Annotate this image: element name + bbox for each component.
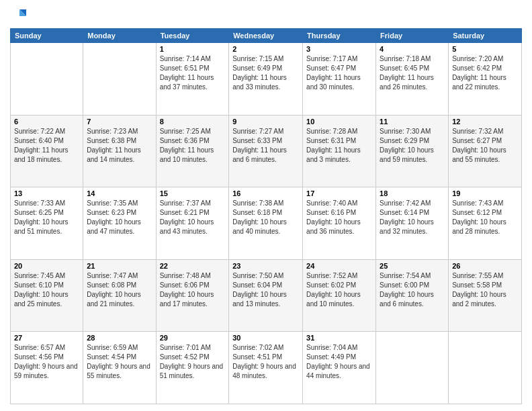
day-info: Sunrise: 7:55 AM Sunset: 5:58 PM Dayligh… (452, 271, 518, 309)
day-info: Sunrise: 6:59 AM Sunset: 4:54 PM Dayligh… (87, 343, 152, 381)
day-info: Sunrise: 7:02 AM Sunset: 4:51 PM Dayligh… (232, 343, 299, 381)
calendar-cell (449, 332, 522, 404)
day-number: 6 (14, 118, 79, 126)
header (10, 7, 522, 23)
calendar-cell: 30Sunrise: 7:02 AM Sunset: 4:51 PM Dayli… (229, 332, 303, 404)
day-number: 28 (87, 334, 152, 342)
calendar-cell: 9Sunrise: 7:27 AM Sunset: 6:33 PM Daylig… (229, 115, 303, 187)
day-info: Sunrise: 7:32 AM Sunset: 6:27 PM Dayligh… (452, 127, 518, 165)
day-number: 26 (452, 262, 518, 270)
calendar-cell: 28Sunrise: 6:59 AM Sunset: 4:54 PM Dayli… (83, 332, 156, 404)
calendar-cell: 22Sunrise: 7:48 AM Sunset: 6:06 PM Dayli… (156, 259, 229, 332)
day-info: Sunrise: 7:15 AM Sunset: 6:49 PM Dayligh… (232, 54, 299, 92)
day-number: 5 (452, 45, 518, 53)
day-number: 4 (380, 45, 445, 53)
day-number: 11 (380, 118, 445, 126)
calendar-cell: 18Sunrise: 7:42 AM Sunset: 6:14 PM Dayli… (376, 187, 449, 260)
calendar-cell: 3Sunrise: 7:17 AM Sunset: 6:47 PM Daylig… (303, 43, 376, 116)
calendar-cell (83, 43, 156, 116)
day-number: 20 (14, 262, 79, 270)
weekday-header: Thursday (303, 29, 376, 43)
calendar-cell (376, 332, 449, 404)
day-info: Sunrise: 7:28 AM Sunset: 6:31 PM Dayligh… (306, 127, 372, 165)
calendar-cell: 14Sunrise: 7:35 AM Sunset: 6:23 PM Dayli… (83, 187, 156, 260)
day-info: Sunrise: 7:14 AM Sunset: 6:51 PM Dayligh… (160, 54, 226, 92)
day-info: Sunrise: 7:22 AM Sunset: 6:40 PM Dayligh… (14, 127, 79, 165)
calendar-table: SundayMondayTuesdayWednesdayThursdayFrid… (10, 28, 522, 404)
calendar-week-row: 1Sunrise: 7:14 AM Sunset: 6:51 PM Daylig… (11, 43, 522, 116)
weekday-header: Wednesday (229, 29, 303, 43)
weekday-header: Tuesday (156, 29, 229, 43)
day-number: 3 (306, 45, 372, 53)
calendar-cell: 29Sunrise: 7:01 AM Sunset: 4:52 PM Dayli… (156, 332, 229, 404)
calendar-cell: 5Sunrise: 7:20 AM Sunset: 6:42 PM Daylig… (449, 43, 522, 116)
day-number: 27 (14, 334, 79, 342)
calendar-cell: 19Sunrise: 7:43 AM Sunset: 6:12 PM Dayli… (449, 187, 522, 260)
calendar-cell: 4Sunrise: 7:18 AM Sunset: 6:45 PM Daylig… (376, 43, 449, 116)
day-number: 25 (380, 262, 445, 270)
day-info: Sunrise: 7:01 AM Sunset: 4:52 PM Dayligh… (160, 343, 226, 381)
logo-icon (10, 7, 26, 23)
page: SundayMondayTuesdayWednesdayThursdayFrid… (0, 0, 532, 411)
day-number: 18 (380, 189, 445, 197)
day-number: 30 (232, 334, 299, 342)
day-info: Sunrise: 7:38 AM Sunset: 6:18 PM Dayligh… (232, 199, 299, 236)
calendar-cell: 8Sunrise: 7:25 AM Sunset: 6:36 PM Daylig… (156, 115, 229, 187)
calendar-cell: 15Sunrise: 7:37 AM Sunset: 6:21 PM Dayli… (156, 187, 229, 260)
calendar-cell: 16Sunrise: 7:38 AM Sunset: 6:18 PM Dayli… (229, 187, 303, 260)
day-info: Sunrise: 7:50 AM Sunset: 6:04 PM Dayligh… (232, 271, 299, 309)
calendar-week-row: 6Sunrise: 7:22 AM Sunset: 6:40 PM Daylig… (11, 115, 522, 187)
day-info: Sunrise: 7:25 AM Sunset: 6:36 PM Dayligh… (160, 127, 226, 165)
day-number: 7 (87, 118, 152, 126)
calendar-cell (11, 43, 83, 116)
day-number: 17 (306, 189, 372, 197)
day-number: 14 (87, 189, 152, 197)
calendar-cell: 13Sunrise: 7:33 AM Sunset: 6:25 PM Dayli… (11, 187, 83, 260)
day-number: 12 (452, 118, 518, 126)
calendar-cell: 24Sunrise: 7:52 AM Sunset: 6:02 PM Dayli… (303, 259, 376, 332)
day-number: 29 (160, 334, 226, 342)
calendar-cell: 2Sunrise: 7:15 AM Sunset: 6:49 PM Daylig… (229, 43, 303, 116)
day-number: 24 (306, 262, 372, 270)
day-number: 1 (160, 45, 226, 53)
calendar-cell: 11Sunrise: 7:30 AM Sunset: 6:29 PM Dayli… (376, 115, 449, 187)
weekday-header: Monday (83, 29, 156, 43)
day-number: 23 (232, 262, 299, 270)
day-info: Sunrise: 7:35 AM Sunset: 6:23 PM Dayligh… (87, 199, 152, 236)
day-number: 9 (232, 118, 299, 126)
day-info: Sunrise: 7:33 AM Sunset: 6:25 PM Dayligh… (14, 199, 79, 236)
day-number: 13 (14, 189, 79, 197)
calendar-cell: 1Sunrise: 7:14 AM Sunset: 6:51 PM Daylig… (156, 43, 229, 116)
day-info: Sunrise: 7:43 AM Sunset: 6:12 PM Dayligh… (452, 199, 518, 236)
calendar-cell: 26Sunrise: 7:55 AM Sunset: 5:58 PM Dayli… (449, 259, 522, 332)
day-number: 10 (306, 118, 372, 126)
day-info: Sunrise: 7:17 AM Sunset: 6:47 PM Dayligh… (306, 54, 372, 92)
day-number: 2 (232, 45, 299, 53)
day-info: Sunrise: 7:30 AM Sunset: 6:29 PM Dayligh… (380, 127, 445, 165)
calendar-cell: 20Sunrise: 7:45 AM Sunset: 6:10 PM Dayli… (11, 259, 83, 332)
calendar-cell: 31Sunrise: 7:04 AM Sunset: 4:49 PM Dayli… (303, 332, 376, 404)
day-info: Sunrise: 7:23 AM Sunset: 6:38 PM Dayligh… (87, 127, 152, 165)
calendar-cell: 6Sunrise: 7:22 AM Sunset: 6:40 PM Daylig… (11, 115, 83, 187)
day-info: Sunrise: 7:18 AM Sunset: 6:45 PM Dayligh… (380, 54, 445, 92)
calendar-week-row: 20Sunrise: 7:45 AM Sunset: 6:10 PM Dayli… (11, 259, 522, 332)
day-info: Sunrise: 7:20 AM Sunset: 6:42 PM Dayligh… (452, 54, 518, 92)
calendar-cell: 23Sunrise: 7:50 AM Sunset: 6:04 PM Dayli… (229, 259, 303, 332)
day-info: Sunrise: 7:48 AM Sunset: 6:06 PM Dayligh… (160, 271, 226, 309)
day-info: Sunrise: 7:47 AM Sunset: 6:08 PM Dayligh… (87, 271, 152, 309)
day-info: Sunrise: 7:54 AM Sunset: 6:00 PM Dayligh… (380, 271, 445, 309)
day-info: Sunrise: 7:42 AM Sunset: 6:14 PM Dayligh… (380, 199, 445, 236)
calendar-cell: 21Sunrise: 7:47 AM Sunset: 6:08 PM Dayli… (83, 259, 156, 332)
day-number: 16 (232, 189, 299, 197)
calendar-cell: 27Sunrise: 6:57 AM Sunset: 4:56 PM Dayli… (11, 332, 83, 404)
day-number: 31 (306, 334, 372, 342)
calendar-week-row: 27Sunrise: 6:57 AM Sunset: 4:56 PM Dayli… (11, 332, 522, 404)
day-info: Sunrise: 7:37 AM Sunset: 6:21 PM Dayligh… (160, 199, 226, 236)
day-info: Sunrise: 7:45 AM Sunset: 6:10 PM Dayligh… (14, 271, 79, 309)
calendar-cell: 17Sunrise: 7:40 AM Sunset: 6:16 PM Dayli… (303, 187, 376, 260)
weekday-header: Saturday (449, 29, 522, 43)
calendar-cell: 12Sunrise: 7:32 AM Sunset: 6:27 PM Dayli… (449, 115, 522, 187)
day-number: 19 (452, 189, 518, 197)
logo (10, 7, 28, 23)
day-info: Sunrise: 7:04 AM Sunset: 4:49 PM Dayligh… (306, 343, 372, 381)
